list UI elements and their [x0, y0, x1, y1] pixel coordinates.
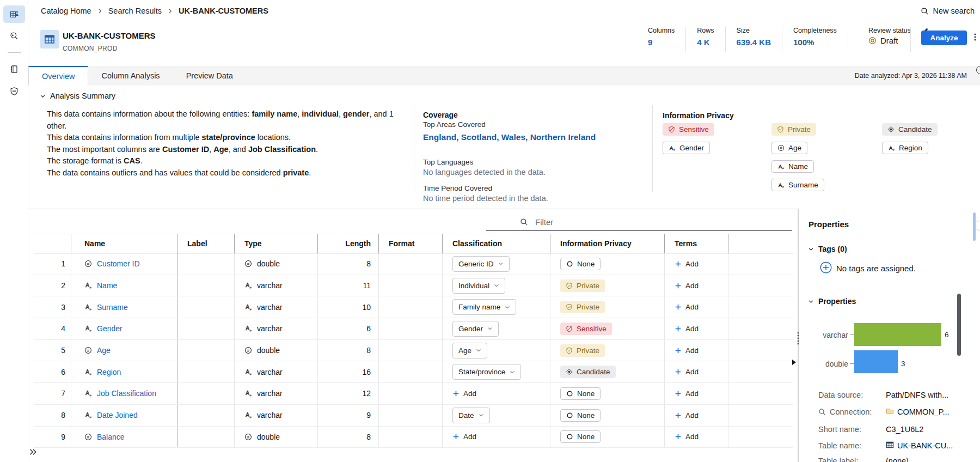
label-cell [177, 296, 234, 318]
sidebar-expand-button[interactable] [29, 448, 37, 458]
tab-column-analysis[interactable]: Column Analysis [88, 66, 173, 86]
classification-chip[interactable]: Age [452, 343, 487, 358]
column-name-link[interactable]: Customer ID [97, 259, 140, 268]
breadcrumb-item-catalog-home[interactable]: Catalog Home [41, 7, 91, 15]
privacy-tag-label: Gender [679, 144, 704, 152]
column-name-link[interactable]: Gender [97, 324, 122, 333]
length-cell: 10 [317, 296, 378, 318]
svg-text:#: # [249, 415, 252, 419]
privacy-tag-age[interactable]: #Age [771, 142, 807, 154]
add-label: Add [463, 433, 476, 441]
classification-chip[interactable]: Generic ID [452, 256, 510, 272]
classification-chip[interactable]: Date [452, 408, 490, 423]
svg-text:#: # [247, 262, 250, 266]
numeric-icon: # [84, 433, 92, 441]
column-header-terms: Terms [664, 234, 728, 253]
tab-preview-data[interactable]: Preview Data [173, 66, 246, 86]
column-name-link[interactable]: Age [97, 346, 111, 355]
privacy-tag-surname[interactable]: A#Surname [771, 179, 824, 191]
privacy-tag-region[interactable]: A#Region [882, 142, 928, 154]
sidebar-item-catalog-icon[interactable] [3, 5, 25, 23]
column-name-link[interactable]: Balance [97, 433, 125, 441]
terms-add-button[interactable]: Add [675, 368, 699, 376]
classification-chip[interactable]: State/province [452, 364, 521, 380]
panel-expand-arrow[interactable] [792, 360, 796, 365]
column-name-link[interactable]: Name [97, 281, 117, 290]
asset-subtitle: COMMON_PROD [63, 45, 118, 52]
circled-plus-icon [820, 262, 832, 273]
tags-section-toggle[interactable]: Tags (0) [808, 245, 847, 253]
column-name-link[interactable]: Surname [97, 303, 128, 312]
label-cell [177, 427, 234, 448]
shield-icon [10, 87, 19, 95]
column-name-link[interactable]: Job Classification [97, 389, 156, 398]
classification-add-button[interactable]: Add [452, 390, 476, 398]
row-number: 8 [34, 405, 71, 426]
properties-panel: Properties Tags (0) No tags are assigned… [799, 209, 980, 462]
privacy-tag-none[interactable]: None [560, 258, 601, 270]
privacy-tag-label: Sensitive [679, 125, 709, 133]
privacy-tag-label: None [577, 260, 595, 268]
privacy-tag-gender[interactable]: A#Gender [663, 142, 710, 154]
new-search-button[interactable]: New search [917, 6, 978, 16]
panel-toggle-icon[interactable] [977, 221, 980, 230]
page-scrollbar[interactable] [973, 212, 976, 241]
terms-add-button[interactable]: Add [675, 346, 699, 355]
privacy-tag-none[interactable]: None [560, 387, 601, 400]
privacy-tag-sensitive[interactable]: Sensitive [663, 123, 714, 136]
analyze-button[interactable]: Analyze [921, 31, 967, 45]
format-cell [378, 427, 442, 448]
sidebar-item-discover-icon[interactable] [3, 27, 25, 45]
sidebar-item-notebook-icon[interactable] [3, 60, 25, 78]
top-bar: Catalog HomeSearch ResultsUK-BANK-CUSTOM… [28, 0, 980, 22]
privacy-tag-candidate[interactable]: Candidate [882, 123, 938, 136]
stat-size: Size 639.4 KB [726, 27, 782, 52]
field-value-text: Path/DNFS with... [886, 391, 948, 399]
add-tag-button[interactable] [820, 262, 832, 273]
privacy-tag-none[interactable]: None [560, 430, 601, 443]
privacy-tag-private[interactable]: Private [771, 123, 816, 136]
analysis-summary-toggle[interactable]: Analysis Summary [40, 92, 115, 100]
privacy-tag-candidate[interactable]: Candidate [560, 366, 616, 378]
privacy-tag-private[interactable]: Private [560, 279, 605, 292]
field-label: Table label: [818, 457, 886, 462]
tab-overview[interactable]: Overview [28, 66, 88, 86]
privacy-tag-name[interactable]: A#Name [771, 160, 814, 173]
bar-value-double: 3 [901, 360, 905, 368]
type-value: varchar [257, 411, 283, 420]
column-name-link[interactable]: Date Joined [97, 411, 138, 420]
privacy-tag-none[interactable]: None [560, 409, 601, 422]
field-row-connection: Connection: COMMON_P... [818, 406, 969, 417]
field-label-text: Table label: [818, 457, 858, 462]
terms-add-button[interactable]: Add [675, 390, 699, 398]
shield-slash-icon [566, 325, 573, 332]
privacy-tag-private[interactable]: Private [560, 344, 605, 357]
classification-add-button[interactable]: Add [452, 433, 476, 441]
breadcrumb-item-search-results[interactable]: Search Results [108, 7, 162, 15]
stats-bar: Columns 9 Rows 4 K Size 639.4 KB Complet… [648, 27, 848, 52]
field-value-text: UK-BANK-CU... [897, 441, 953, 450]
classification-chip[interactable]: Gender [452, 321, 499, 337]
field-value-text: COMMON_P... [897, 408, 950, 416]
column-name-link[interactable]: Region [97, 368, 121, 376]
filler-cell [728, 383, 793, 404]
classification-chip[interactable]: Individual [452, 278, 505, 294]
privacy-tag-private[interactable]: Private [560, 301, 605, 313]
panel-scrollbar[interactable] [957, 294, 961, 356]
terms-add-button[interactable]: Add [675, 411, 699, 420]
overflow-menu-button[interactable] [969, 31, 980, 45]
terms-add-button[interactable]: Add [675, 282, 699, 290]
privacy-tag-sensitive[interactable]: Sensitive [560, 323, 612, 335]
classification-chip[interactable]: Family name [452, 299, 516, 315]
sidebar-item-shield-icon[interactable] [3, 82, 25, 100]
type-value: varchar [257, 368, 283, 376]
terms-add-button[interactable]: Add [675, 325, 699, 333]
format-cell [378, 383, 442, 404]
terms-add-button[interactable]: Add [675, 260, 699, 268]
filter-input[interactable] [534, 217, 743, 227]
top-languages-value: No languages detected in the data. [423, 168, 546, 177]
properties-section-toggle[interactable]: Properties [808, 297, 856, 306]
terms-add-button[interactable]: Add [675, 433, 699, 441]
top-areas-value[interactable]: England, Scotland, Wales, Northern Irela… [423, 132, 596, 142]
terms-add-button[interactable]: Add [675, 303, 699, 311]
